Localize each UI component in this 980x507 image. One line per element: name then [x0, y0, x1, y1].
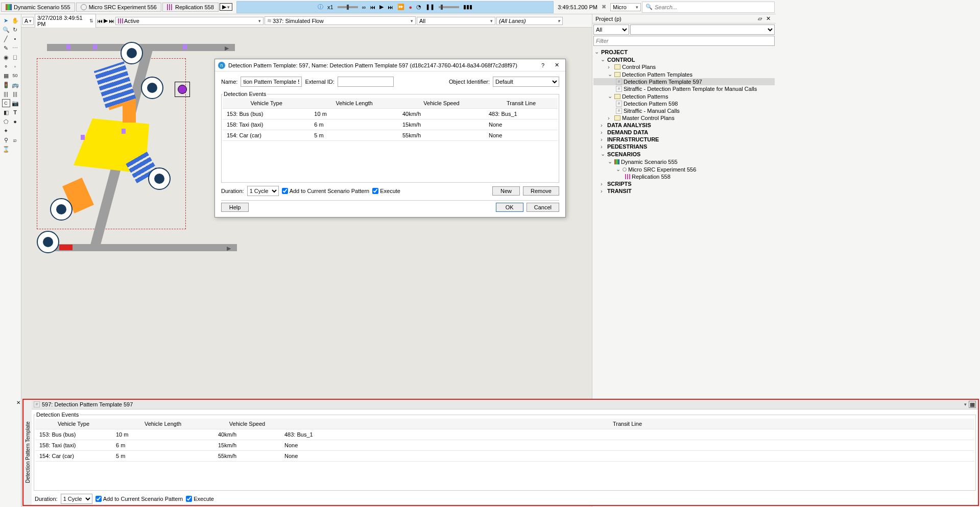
table-row[interactable]: 153: Bus (bus)10 m40km/h483: Bus_1 [35, 429, 776, 440]
blank2-tool-icon[interactable] [11, 145, 19, 153]
add-pattern-checkbox[interactable]: Add to Current Scenario Pattern [282, 188, 370, 194]
help-button[interactable]: Help [221, 203, 249, 212]
pan-tool-icon[interactable]: ✋ [11, 16, 19, 25]
wand-tool-icon[interactable]: ⚲ [2, 136, 10, 144]
fast-fwd-icon[interactable]: ⏩ [397, 4, 404, 10]
duration-select[interactable]: 1 Cycle [247, 186, 279, 196]
tab-dynamic-scenario[interactable]: Dynamic Scenario 555 [1, 3, 75, 12]
table-row[interactable]: 154: Car (car)5 m55km/hNone [223, 130, 558, 141]
progress-slider[interactable] [439, 6, 459, 8]
name-input[interactable] [241, 77, 302, 87]
remove-button[interactable]: Remove [523, 186, 559, 196]
line-tool-icon[interactable]: ╱ [2, 35, 10, 43]
col-vehicle-type[interactable]: Vehicle Type [223, 98, 310, 109]
execute-checkbox[interactable]: Execute [372, 188, 400, 194]
flow-dropdown[interactable]: ≋337: Simulated Flow▾ [265, 16, 416, 25]
search-field[interactable] [655, 4, 771, 10]
target-tool-icon[interactable]: ◉ [2, 53, 10, 61]
state-dropdown[interactable]: Active▾ [115, 17, 264, 25]
skip-fwd-icon[interactable]: ⏭ [388, 4, 393, 10]
bars-icon[interactable]: ▮▮▮ [463, 4, 472, 10]
project-filter-input[interactable] [593, 36, 775, 46]
star-tool-icon[interactable]: ✦ [2, 127, 10, 135]
tree-node-micro-exp[interactable]: ⌄Micro SRC Experiment 556 [593, 165, 775, 173]
tree-node-replication[interactable]: Replication 558 [593, 173, 775, 180]
tree-node-dpt[interactable]: ⌄Detection Pattern Templates [593, 70, 775, 78]
dialog-titlebar[interactable]: n Detection Pattern Template: 597, Name:… [215, 59, 565, 71]
skip-back-icon[interactable]: ⏮ [370, 4, 375, 10]
search-input[interactable]: 🔍 [642, 2, 775, 13]
map-mode-dropdown[interactable]: A▾ [22, 17, 34, 25]
table-row[interactable]: 158: Taxi (taxi)6 m15km/hNone [223, 119, 558, 130]
tree-node-sitraffic-manual[interactable]: #Sitraffic - Manual Calls [593, 107, 775, 114]
table-row[interactable]: 153: Bus (bus)10 m40km/h483: Bus_1 [223, 109, 558, 119]
tree-node-sitraffic-tmpl[interactable]: #Sitraffic - Detection Pattern Template … [593, 85, 775, 92]
tab-replication[interactable]: Replication 558 [162, 3, 219, 12]
node-tool-icon[interactable]: ◦ [11, 62, 19, 70]
play-dropdown[interactable]: ▶ ▾ [220, 3, 232, 11]
bracket-tool-icon[interactable]: ⎕ [11, 53, 19, 61]
col-vehicle-length[interactable]: Vehicle Length [310, 98, 398, 109]
table-row[interactable]: 154: Car (car)5 m55km/hNone [35, 451, 776, 462]
bottom-duration-select[interactable]: 1 Cycle [61, 494, 92, 504]
lanes-dropdown[interactable]: (All Lanes)▾ [496, 17, 563, 25]
tab-micro-experiment[interactable]: Micro SRC Experiment 556 [76, 3, 161, 12]
col-transit-line[interactable]: Transit Line [280, 419, 776, 429]
info-icon[interactable]: ⓘ [318, 3, 323, 11]
tree-node-control-plans[interactable]: ›Control Plans [593, 63, 775, 70]
bottom-side-label[interactable]: Detection Pattern Template [23, 400, 32, 505]
signal-tool-icon[interactable]: ⚬ [2, 62, 10, 70]
close-icon[interactable]: ✕ [552, 62, 562, 68]
pen-tool-icon[interactable]: ✎ [2, 44, 10, 52]
tree-node-scenarios[interactable]: ⌄SCENARIOS [593, 150, 775, 158]
bars2-tool-icon[interactable]: ||| [11, 90, 19, 98]
tree-node-demand-data[interactable]: ›DEMAND DATA [593, 129, 775, 136]
nav-fwd-icon[interactable]: ⏭ [109, 18, 114, 24]
tree-node-pedestrians[interactable]: ›PEDESTRIANS [593, 143, 775, 150]
nav-play-icon[interactable]: ▶ [104, 17, 108, 24]
bottom-add-pattern-checkbox[interactable]: Add to Current Scenario Pattern [95, 496, 183, 502]
col-vehicle-speed[interactable]: Vehicle Speed [214, 419, 280, 429]
traffic-tool-icon[interactable]: 🚦 [2, 81, 10, 89]
filter-dropdown[interactable]: All▾ [417, 17, 495, 25]
grid-tool-icon[interactable]: ▦ [2, 71, 10, 80]
maximize-icon[interactable]: ▱ [756, 15, 764, 22]
col-vehicle-length[interactable]: Vehicle Length [112, 419, 214, 429]
camera-tool-icon[interactable]: 📷 [11, 99, 19, 107]
tree-node-transit[interactable]: ›TRANSIT [593, 187, 775, 195]
sim-mode-dropdown[interactable]: Micro ▾ [610, 3, 641, 11]
record-icon[interactable]: ● [409, 4, 412, 10]
col-vehicle-type[interactable]: Vehicle Type [35, 419, 112, 429]
tree-node-dpt-597[interactable]: #Detection Pattern Template 597 [593, 78, 775, 85]
nav-back-icon[interactable]: ⏮ [97, 18, 103, 24]
project-filter-type[interactable]: All [593, 25, 629, 35]
help-icon[interactable]: ? [537, 62, 548, 68]
arrow-tool-icon[interactable]: ➤ [2, 16, 10, 25]
ok-button[interactable]: OK [496, 203, 523, 212]
tree-node-data-analysis[interactable]: ›DATA ANALYSIS [593, 122, 775, 129]
clock-icon[interactable]: ◔ [416, 4, 421, 10]
zoom-tool-icon[interactable]: 🔍 [2, 26, 10, 34]
text-tool-icon[interactable]: T [11, 108, 19, 116]
bars1-tool-icon[interactable]: ||| [2, 90, 10, 98]
tree-node-control[interactable]: ⌄CONTROL [593, 56, 775, 63]
bottom-close-icon[interactable]: ✕ [16, 400, 20, 405]
tree-node-master-cp[interactable]: ›Master Control Plans [593, 114, 775, 122]
filter-tool-icon[interactable]: ⎄ [11, 136, 19, 144]
cancel-button[interactable]: Cancel [527, 203, 559, 212]
datetime-input[interactable]: 3/27/2018 3:49:51 PM⇅ [35, 14, 96, 28]
c-tool-icon[interactable]: C [2, 99, 10, 107]
play-icon[interactable]: ▶ [379, 4, 384, 10]
rotate-tool-icon[interactable]: ↻ [11, 26, 19, 34]
tree-node-project[interactable]: ⌄PROJECT [593, 48, 775, 56]
blank-tool-icon[interactable] [11, 127, 19, 135]
bottom-execute-checkbox[interactable]: Execute [186, 496, 214, 502]
cube-tool-icon[interactable]: ◧ [2, 108, 10, 116]
tree-node-dp598[interactable]: #Detection Pattern 598 [593, 100, 775, 107]
close-panel-icon[interactable]: ✕ [764, 15, 773, 22]
pause-icon[interactable]: ❚❚ [425, 4, 435, 10]
new-button[interactable]: New [492, 186, 520, 196]
external-id-input[interactable] [338, 77, 394, 87]
table-row[interactable]: 158: Taxi (taxi)6 m15km/hNone [35, 440, 776, 451]
close-sim-icon[interactable]: ✖ [599, 4, 609, 10]
